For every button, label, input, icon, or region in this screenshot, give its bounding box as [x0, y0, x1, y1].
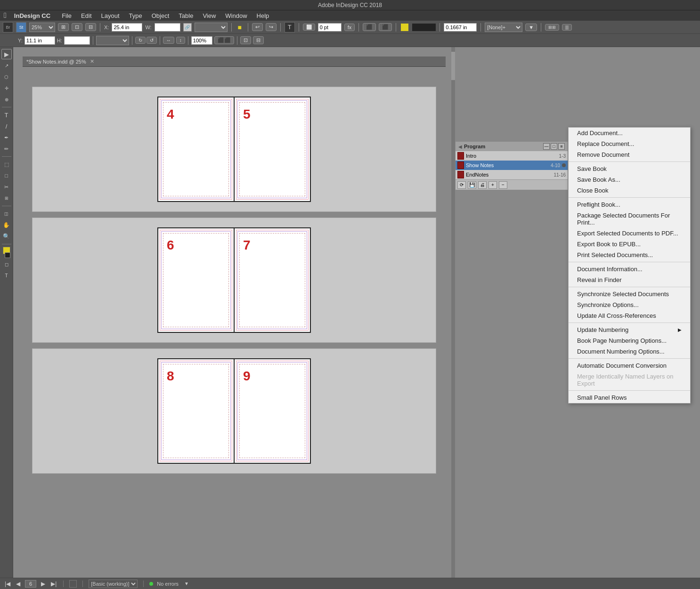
align-left-btn[interactable]: ⬛	[363, 23, 376, 31]
style-options-btn[interactable]: ▼	[525, 24, 537, 31]
page-tool[interactable]: ⬡	[1, 72, 12, 82]
ctx-add-document[interactable]: Add Document...	[569, 128, 690, 138]
ctx-export-epub[interactable]: Export Book to EPUB...	[569, 239, 690, 250]
ctx-small-panel-rows[interactable]: Small Panel Rows	[569, 392, 690, 403]
ctx-replace-document[interactable]: Replace Document...	[569, 138, 690, 149]
menu-edit[interactable]: Edit	[77, 11, 95, 20]
menu-file[interactable]: File	[58, 11, 75, 20]
layers-btn[interactable]	[69, 580, 77, 588]
col-btn[interactable]: |||	[562, 24, 572, 31]
text-tool[interactable]: T	[1, 110, 12, 120]
zoom-tool[interactable]: 🔍	[1, 231, 12, 242]
doc-tab-close[interactable]: ✕	[90, 58, 94, 65]
panel-menu-btn[interactable]: ≡	[558, 143, 565, 150]
line-tool[interactable]: /	[1, 121, 12, 131]
fx-btn[interactable]: fx	[344, 24, 355, 31]
fill-color[interactable]: ■	[236, 23, 244, 32]
working-mode-select[interactable]: [Basic (working)]	[89, 580, 138, 588]
constrain-btn[interactable]: 🔗	[183, 23, 192, 32]
y-input[interactable]	[24, 36, 55, 45]
right-panel-btn2[interactable]: ⊟	[253, 36, 264, 44]
ctx-sync-options[interactable]: Synchronize Options...	[569, 299, 690, 310]
color-swatch[interactable]	[401, 24, 408, 31]
ctx-sync-selected[interactable]: Synchronize Selected Documents	[569, 289, 690, 299]
br-badge[interactable]: Br	[3, 22, 13, 32]
errors-dropdown[interactable]: ▼	[184, 581, 189, 586]
zoom-select[interactable]: 25% 50% 100%	[29, 23, 55, 32]
shape2-select[interactable]	[96, 36, 129, 45]
stroke-btn[interactable]: ⬜	[303, 24, 315, 31]
remove-doc-btn[interactable]: −	[499, 181, 507, 189]
prev-page-btn[interactable]: ◀	[15, 581, 21, 587]
pencil-tool[interactable]: ✏	[1, 144, 12, 154]
panel-max-btn[interactable]: □	[551, 143, 557, 150]
book-doc-shownotes[interactable]: Show Notes 4-10	[456, 161, 568, 170]
last-page-btn[interactable]: ▶|	[50, 581, 57, 587]
ctx-save-book-as[interactable]: Save Book As...	[569, 174, 690, 185]
scrollbar-track[interactable]	[451, 47, 455, 578]
ctx-update-numbering[interactable]: Update Numbering ▶	[569, 324, 690, 335]
flip-v-btn[interactable]: ↕	[176, 37, 185, 44]
menu-window[interactable]: Window	[221, 11, 251, 20]
menu-table[interactable]: Table	[175, 11, 197, 20]
menu-layout[interactable]: Layout	[98, 11, 123, 20]
ctx-doc-info[interactable]: Document Information...	[569, 264, 690, 274]
menu-help[interactable]: Help	[253, 11, 273, 20]
direct-select-tool[interactable]: ↗	[1, 60, 12, 71]
ctx-export-pdf[interactable]: Export Selected Documents to PDF...	[569, 228, 690, 239]
hand-tool[interactable]: ✋	[1, 220, 12, 230]
view-mode-btn2[interactable]: ⊡	[72, 23, 82, 31]
view-mode-btn3[interactable]: ⊟	[85, 23, 96, 31]
style-select[interactable]: [None]+	[485, 23, 522, 32]
ctx-book-page-numbering[interactable]: Book Page Numbering Options...	[569, 335, 690, 346]
rotate-cw-btn[interactable]: ↻	[135, 37, 146, 44]
ctx-remove-document[interactable]: Remove Document	[569, 149, 690, 160]
rotate-ccw-btn[interactable]: ↺	[147, 37, 157, 44]
stroke-swatch-lt[interactable]	[5, 252, 10, 258]
pt-input[interactable]	[318, 23, 342, 32]
align-center-btn[interactable]: ⬛	[379, 23, 392, 31]
redo-btn[interactable]: ↪	[266, 23, 277, 31]
panel-min-btn[interactable]: —	[543, 143, 550, 150]
pt2-input[interactable]	[444, 23, 477, 32]
page-4[interactable]: 4	[158, 97, 234, 201]
rect-frame-tool[interactable]: ⬚	[1, 159, 12, 169]
rect-tool[interactable]: □	[1, 170, 12, 181]
gap-tool[interactable]: ✛	[1, 83, 12, 93]
save-book-btn[interactable]: 💾	[468, 181, 476, 189]
align-btns[interactable]: ⬛⬛	[214, 36, 234, 44]
view-mode-btn1[interactable]: ⊞	[58, 23, 69, 31]
panel-collapse-btn[interactable]: ◀	[458, 144, 462, 149]
menu-type[interactable]: Type	[125, 11, 146, 20]
right-panel-btn[interactable]: ⊡	[240, 36, 251, 44]
ctx-update-cross-refs[interactable]: Update All Cross-References	[569, 310, 690, 321]
shape-select[interactable]	[195, 23, 228, 32]
ctx-auto-conversion[interactable]: Automatic Document Conversion	[569, 360, 690, 371]
page-9[interactable]: 9	[235, 359, 310, 463]
next-page-btn[interactable]: ▶	[40, 581, 46, 587]
normal-view-btn[interactable]: ◻	[1, 259, 12, 269]
ctx-close-book[interactable]: Close Book	[569, 185, 690, 196]
transform-tool[interactable]: ⊞	[1, 193, 12, 203]
gradient-tool[interactable]: ◫	[1, 209, 12, 219]
current-page-input[interactable]	[25, 580, 36, 588]
text-tool-btn[interactable]: T	[285, 22, 295, 32]
page-5[interactable]: 5	[235, 97, 310, 201]
scissors-tool[interactable]: ✂	[1, 182, 12, 192]
pct-input[interactable]	[191, 36, 212, 45]
select-tool[interactable]: ▶	[1, 49, 12, 59]
ctx-package-docs[interactable]: Package Selected Documents For Print...	[569, 210, 690, 228]
ctx-print-docs[interactable]: Print Selected Documents...	[569, 250, 690, 260]
ctx-save-book[interactable]: Save Book	[569, 163, 690, 174]
book-doc-intro[interactable]: Intro 1-3	[456, 151, 568, 161]
scrollbar-thumb[interactable]	[451, 52, 455, 80]
undo-btn[interactable]: ↩	[252, 23, 263, 31]
add-doc-btn[interactable]: +	[488, 181, 497, 189]
w-input[interactable]	[155, 23, 180, 32]
menu-view[interactable]: View	[199, 11, 220, 20]
menu-indesign[interactable]: InDesign CC	[10, 11, 54, 20]
ctx-doc-numbering[interactable]: Document Numbering Options...	[569, 346, 690, 357]
menu-object[interactable]: Object	[148, 11, 173, 20]
pen-tool[interactable]: ✒	[1, 132, 12, 143]
grid-btn[interactable]: ⊞⊞	[545, 24, 559, 31]
